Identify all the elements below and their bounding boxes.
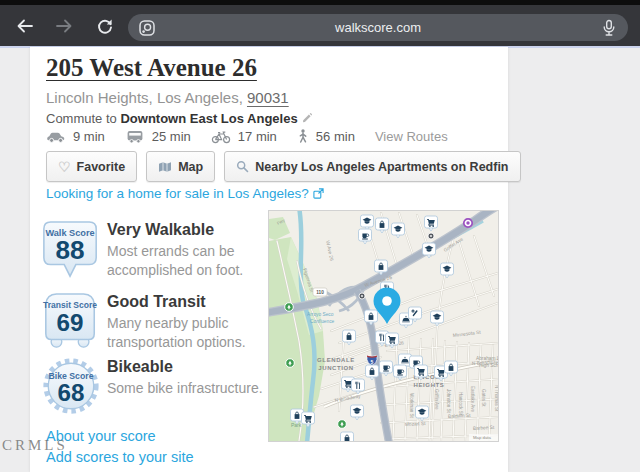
- favorite-label: Favorite: [77, 160, 126, 174]
- nearby-label: Nearby Los Angeles Apartments on Redfin: [255, 160, 508, 174]
- action-buttons: ♡ Favorite Map Nearby Los Angeles Apartm…: [46, 151, 521, 182]
- commute-destination[interactable]: Downtown East Los Angeles: [120, 111, 297, 126]
- favorite-button[interactable]: ♡ Favorite: [46, 151, 137, 182]
- bus-icon: [125, 130, 145, 144]
- transit-time: 25 min: [152, 129, 191, 144]
- bike-score-desc: Some bike infrastructure.: [107, 379, 267, 398]
- map-canvas: Fwy W Ave 26 Figueroa St W Avenue 26 E A…: [269, 211, 498, 441]
- car-icon: [46, 130, 66, 144]
- add-scores-link[interactable]: Add scores to your site: [46, 449, 194, 465]
- map-poi-bag[interactable]: [341, 432, 354, 441]
- water-label: Arroyo Seco: [307, 312, 334, 317]
- refresh-icon: [95, 16, 115, 36]
- screen: walkscore.com 205 West Avenue 26 Lincoln…: [0, 0, 640, 472]
- external-link-icon: [313, 188, 324, 199]
- search-icon: [236, 160, 249, 173]
- bike-score-title: Bikeable: [107, 358, 173, 376]
- map-icon: [158, 161, 172, 173]
- view-routes-link[interactable]: View Routes: [375, 129, 448, 144]
- school-label: Abraham Linc: [476, 356, 498, 361]
- back-button[interactable]: [13, 14, 37, 38]
- area-label-junction: JUNCTION: [318, 365, 353, 371]
- street-label: Workman St: [409, 393, 414, 418]
- street-label: Eastlake Ave: [470, 386, 475, 412]
- walk-icon: [297, 129, 309, 144]
- map-widget[interactable]: Fwy W Ave 26 Figueroa St W Avenue 26 E A…: [268, 210, 499, 442]
- transit-score-badge[interactable]: Transit Score 69: [40, 291, 102, 353]
- map-button[interactable]: Map: [146, 151, 215, 182]
- address-line: Lincoln Heights, Los Angeles, 90031: [46, 89, 289, 106]
- commute-prefix: Commute to: [46, 111, 117, 126]
- browser-bar: walkscore.com: [0, 0, 640, 46]
- bike-score-value: 68: [58, 379, 85, 406]
- url-bar[interactable]: walkscore.com: [128, 14, 628, 41]
- drive-time: 9 min: [73, 129, 105, 144]
- home-search-link[interactable]: Looking for a home for sale in Los Angel…: [46, 186, 324, 201]
- walk-score-value: 88: [55, 235, 84, 265]
- walk-score-badge[interactable]: Walk Score 88: [40, 219, 102, 283]
- url-text[interactable]: walkscore.com: [128, 20, 628, 35]
- back-icon: [15, 16, 35, 36]
- svg-text:5: 5: [371, 359, 374, 365]
- walk-time: 56 min: [316, 129, 355, 144]
- street-label: Johnston St: [446, 389, 451, 414]
- home-search-text: Looking for a home for sale in Los Angel…: [46, 186, 309, 201]
- street-label: Griffin Ave: [434, 389, 439, 410]
- bike-time: 17 min: [238, 129, 277, 144]
- street-label: Hancock St: [458, 392, 463, 416]
- refresh-button[interactable]: [93, 14, 117, 38]
- station-marker[interactable]: [464, 219, 472, 227]
- forward-button[interactable]: [52, 14, 76, 38]
- neighborhood-text: Lincoln Heights, Los Angeles,: [46, 89, 243, 106]
- transit-score-desc: Many nearby public transportation option…: [107, 314, 267, 352]
- crmls-watermark: CRMLS: [2, 437, 68, 454]
- street-label: N Thomas St: [494, 385, 498, 412]
- svg-text:Map data: Map data: [473, 435, 492, 440]
- walk-score-desc: Most errands can be accomplished on foot…: [107, 242, 267, 280]
- area-label-heights: HEIGHTS: [414, 382, 445, 388]
- commute-line: Commute to Downtown East Los Angeles: [46, 111, 313, 126]
- zip-link[interactable]: 90031: [247, 89, 289, 106]
- shield-110: 110: [316, 290, 324, 295]
- transit-score-title: Good Transit: [107, 293, 206, 311]
- nearby-apartments-button[interactable]: Nearby Los Angeles Apartments on Redfin: [224, 151, 520, 182]
- street-label: Gates St: [481, 389, 486, 407]
- forward-icon: [54, 16, 74, 36]
- bike-icon: [211, 130, 231, 144]
- microphone-icon[interactable]: [600, 19, 618, 37]
- heart-icon: ♡: [58, 160, 71, 174]
- edit-pencil-icon[interactable]: [301, 112, 313, 124]
- area-label-glendale: GLENDALE: [317, 357, 355, 363]
- walk-score-title: Very Walkable: [107, 221, 214, 239]
- map-attribution: Map data: [469, 434, 498, 441]
- school-label: High Sch: [479, 363, 498, 368]
- page-title[interactable]: 205 West Avenue 26: [46, 54, 257, 82]
- bike-score-badge[interactable]: Bike Score 68: [40, 356, 102, 418]
- map-label: Map: [178, 160, 203, 174]
- transit-score-value: 69: [57, 309, 84, 336]
- commute-modes: 9 min 25 min 17 min 56 min View Routes: [46, 129, 448, 144]
- water-label: Confluence: [310, 319, 335, 324]
